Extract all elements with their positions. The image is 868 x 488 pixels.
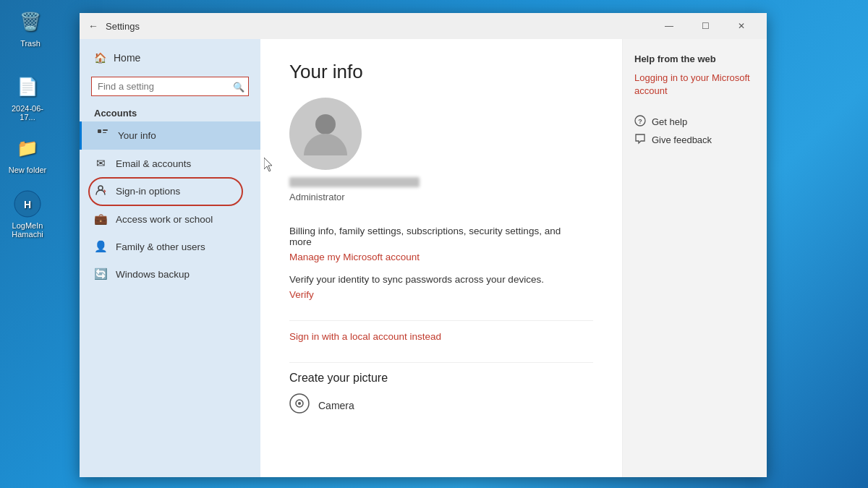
main-content: Your info Administrator Billing info, fa…: [260, 39, 622, 477]
search-icon: 🔍: [233, 81, 244, 92]
get-help-icon: ?: [634, 115, 646, 129]
access-work-label: Access work or school: [116, 214, 213, 225]
family-users-label: Family & other users: [116, 241, 205, 252]
trash-label: Trash: [20, 39, 41, 48]
verify-link[interactable]: Verify: [289, 289, 314, 300]
settings-window: ← Settings — ☐ ✕ 🏠 Home 🔍: [80, 13, 767, 477]
create-picture-title: Create your picture: [289, 372, 593, 385]
email-accounts-label: Email & accounts: [116, 158, 191, 169]
logmein-label: LogMeIn Hamachi: [6, 221, 49, 239]
sign-in-options-label: Sign-in options: [116, 186, 180, 197]
desktop-icon-logmein[interactable]: H LogMeIn Hamachi: [6, 189, 49, 239]
svg-rect-4: [103, 132, 106, 133]
sidebar-search-container: 🔍: [91, 77, 249, 96]
window-title: Settings: [106, 21, 652, 32]
sidebar: 🏠 Home 🔍 Accounts: [80, 39, 260, 477]
desktop-icon-file[interactable]: 📄 2024-06-17...: [6, 72, 49, 121]
sidebar-item-home[interactable]: 🏠 Home: [80, 45, 260, 71]
sidebar-item-windows-backup[interactable]: 🔄 Windows backup: [80, 260, 260, 288]
accounts-section-title: Accounts: [80, 102, 260, 121]
user-role: Administrator: [289, 192, 345, 202]
svg-rect-3: [103, 129, 108, 131]
family-icon: 👤: [94, 240, 107, 253]
search-input[interactable]: [91, 77, 249, 96]
folder-icon: 📁: [13, 134, 42, 163]
sidebar-item-your-info[interactable]: Your info: [80, 121, 260, 150]
file-icon: 📄: [13, 72, 42, 101]
window-controls: — ☐ ✕: [652, 15, 758, 37]
help-panel: Help from the web Logging in to your Mic…: [622, 39, 767, 477]
help-title: Help from the web: [634, 53, 755, 64]
svg-rect-2: [98, 129, 101, 133]
feedback-icon: [634, 133, 646, 147]
sidebar-item-email-accounts[interactable]: ✉ Email & accounts: [80, 150, 260, 177]
avatar: [289, 98, 362, 170]
email-icon: ✉: [94, 157, 107, 170]
web-help-link[interactable]: Logging in to your Microsoft account: [634, 72, 755, 98]
page-title: Your info: [289, 61, 593, 83]
username-blurred: [289, 177, 420, 187]
your-info-icon: [96, 129, 109, 142]
profile-section: Administrator: [289, 98, 593, 214]
camera-icon: [289, 393, 310, 418]
sidebar-item-access-work[interactable]: 💼 Access work or school: [80, 205, 260, 233]
work-icon: 💼: [94, 213, 107, 226]
your-info-label: Your info: [118, 130, 156, 141]
svg-text:?: ?: [638, 118, 642, 125]
sidebar-item-family-users[interactable]: 👤 Family & other users: [80, 233, 260, 260]
camera-item[interactable]: Camera: [289, 393, 593, 418]
svg-point-6: [315, 114, 336, 134]
maximize-button[interactable]: ☐: [689, 15, 722, 37]
file-label: 2024-06-17...: [6, 104, 49, 121]
verify-desc: Verify your identity to sync passwords a…: [289, 274, 579, 285]
desktop: 🗑️ Trash 📄 2024-06-17... 📁 New folder H …: [0, 0, 868, 488]
home-label: Home: [114, 52, 140, 64]
window-body: 🏠 Home 🔍 Accounts: [80, 39, 767, 477]
divider2: [289, 362, 593, 363]
minimize-button[interactable]: —: [652, 15, 686, 37]
signin-icon: [94, 184, 107, 198]
manage-account-link[interactable]: Manage my Microsoft account: [289, 252, 420, 262]
local-account-link[interactable]: Sign in with a local account instead: [289, 331, 441, 342]
back-button[interactable]: ←: [88, 20, 98, 32]
windows-backup-label: Windows backup: [116, 269, 190, 280]
close-button[interactable]: ✕: [725, 15, 758, 37]
svg-point-9: [298, 402, 301, 405]
svg-text:H: H: [24, 199, 31, 210]
divider: [289, 320, 593, 321]
give-feedback-item[interactable]: Give feedback: [634, 133, 755, 147]
get-help-item[interactable]: ? Get help: [634, 115, 755, 129]
feedback-label: Give feedback: [652, 134, 712, 145]
home-icon: 🏠: [94, 52, 106, 64]
camera-label: Camera: [318, 400, 354, 411]
billing-desc: Billing info, family settings, subscript…: [289, 226, 579, 247]
svg-point-5: [98, 186, 103, 190]
folder-label: New folder: [9, 166, 47, 174]
logmein-icon: H: [13, 189, 42, 218]
sidebar-item-sign-in-options[interactable]: Sign-in options: [80, 177, 260, 205]
trash-icon: 🗑️: [16, 7, 45, 36]
desktop-icon-trash[interactable]: 🗑️ Trash: [9, 7, 52, 48]
desktop-icon-folder[interactable]: 📁 New folder: [6, 134, 49, 174]
get-help-label: Get help: [652, 116, 687, 127]
backup-icon: 🔄: [94, 267, 107, 281]
titlebar: ← Settings — ☐ ✕: [80, 13, 767, 39]
